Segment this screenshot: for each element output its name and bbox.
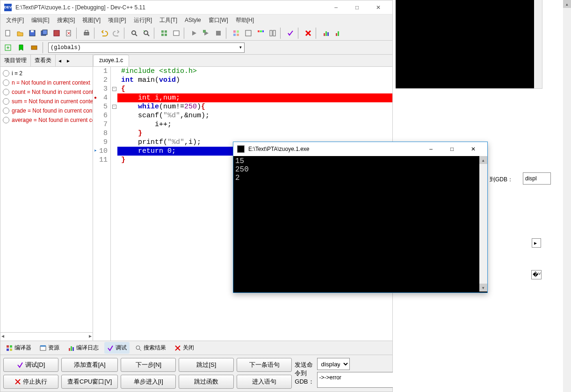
code-line[interactable]: } — [117, 129, 392, 138]
watch-item[interactable]: grade = Not found in current context — [0, 106, 93, 115]
sidebar-tab-project[interactable]: 项目管理 — [0, 55, 31, 66]
gdb-select[interactable]: display — [317, 358, 350, 370]
line-number[interactable]: 5 — [93, 102, 108, 111]
watch-item[interactable]: i = 2 — [0, 69, 93, 78]
menu-view[interactable]: 视图[V] — [79, 14, 104, 26]
save-all-icon[interactable] — [39, 28, 50, 39]
undo-icon[interactable] — [99, 28, 110, 39]
stop-button[interactable]: 停止执行 — [3, 375, 58, 389]
line-number[interactable]: 6 — [93, 111, 108, 120]
close-button[interactable]: ✕ — [368, 0, 389, 14]
console-maximize-button[interactable]: □ — [441, 142, 463, 156]
find-icon[interactable] — [129, 28, 140, 39]
secondary-console-scrollbar[interactable] — [534, 0, 542, 88]
page-scroll-up-icon[interactable]: ▴ — [563, 0, 571, 8]
bookmark-icon[interactable] — [15, 42, 27, 53]
menu-file[interactable]: 文件[F] — [2, 14, 28, 26]
save-as-icon[interactable] — [51, 28, 62, 39]
fold-marker[interactable]: - — [111, 85, 117, 93]
cpu-window-button[interactable]: 查看CPU窗口[V] — [61, 375, 118, 389]
tiles-icon[interactable] — [267, 28, 278, 39]
menu-help[interactable]: 帮助[H] — [232, 14, 258, 26]
console-output[interactable]: 15 250 2 — [233, 156, 487, 292]
debug-run-icon[interactable] — [213, 28, 224, 39]
open-file-icon[interactable] — [14, 28, 26, 39]
rebuild-icon[interactable] — [201, 28, 212, 39]
collapse-toggle[interactable]: �ⱽ — [531, 270, 542, 279]
page-vertical-scrollbar[interactable]: ▴ — [563, 0, 571, 392]
step-into-button[interactable]: 单步进入[I] — [121, 375, 176, 389]
menu-edit[interactable]: 编辑[E] — [28, 14, 53, 26]
menu-window[interactable]: 窗口[W] — [205, 14, 232, 26]
code-line[interactable]: i++; — [117, 120, 392, 129]
grid-icon[interactable] — [231, 28, 242, 39]
close-file-icon[interactable] — [63, 28, 74, 39]
into-stmt-button[interactable]: 进入语句 — [237, 375, 292, 389]
toggle-icon[interactable] — [29, 42, 40, 53]
minimize-button[interactable]: – — [325, 0, 347, 14]
editor-tab-file[interactable]: zuoye.1.c — [93, 55, 129, 66]
window-icon[interactable] — [243, 28, 254, 39]
line-number[interactable]: 3 — [93, 85, 108, 93]
line-number[interactable]: 11 — [93, 156, 108, 164]
menu-search[interactable]: 搜索[S] — [53, 14, 79, 26]
line-number[interactable]: 1 — [93, 67, 108, 76]
menu-run[interactable]: 运行[R] — [130, 14, 156, 26]
bottom-tab-resources[interactable]: 资源 — [37, 342, 62, 354]
run-icon[interactable] — [171, 28, 182, 39]
sidebar-tab-classes[interactable]: 查看类 — [31, 55, 56, 66]
compile-run-icon[interactable] — [188, 28, 200, 39]
bottom-tab-compile-log[interactable]: 编译日志 — [65, 342, 101, 354]
skip-func-button[interactable]: 跳过函数 — [179, 375, 234, 389]
code-line[interactable]: scanf("%d",&num); — [117, 111, 392, 120]
console-close-button[interactable]: ✕ — [463, 142, 484, 156]
line-number[interactable]: 9 — [93, 138, 108, 147]
profile-icon[interactable] — [320, 28, 332, 39]
next-stmt-button[interactable]: 下一条语句 — [237, 358, 292, 372]
save-icon[interactable] — [27, 28, 38, 39]
watch-item[interactable]: average = Not found in current context — [0, 115, 93, 125]
new-file-icon[interactable] — [2, 28, 14, 39]
stop-debug-icon[interactable] — [303, 28, 314, 39]
watch-item[interactable]: count = Not found in current context — [0, 87, 93, 97]
sidebar-hscroll[interactable]: ◂▸ — [0, 332, 93, 341]
menu-project[interactable]: 项目[P] — [104, 14, 130, 26]
scroll-down-icon[interactable]: ▾ — [479, 284, 487, 292]
code-line[interactable]: int i,num; — [117, 93, 392, 102]
redo-icon[interactable] — [111, 28, 122, 39]
add-watch-button[interactable]: 添加查看[A] — [61, 358, 118, 372]
debug-button[interactable]: 调试[D] — [3, 358, 58, 372]
step-over-button[interactable]: 跳过[S] — [179, 358, 234, 372]
code-line[interactable]: { — [117, 85, 392, 93]
code-line[interactable]: while(num!=250){ — [117, 102, 392, 111]
watch-item[interactable]: sum = Not found in current context — [0, 97, 93, 106]
bottom-tab-compiler[interactable]: 编译器 — [3, 342, 34, 354]
sidebar-tab-prev[interactable]: ◂ — [56, 55, 64, 66]
line-number[interactable]: 7 — [93, 120, 108, 129]
bottom-tab-search-results[interactable]: 搜索结果 — [132, 342, 169, 354]
replace-icon[interactable] — [141, 28, 152, 39]
menu-astyle[interactable]: AStyle — [181, 15, 205, 25]
menu-tools[interactable]: 工具[T] — [156, 14, 181, 26]
print-icon[interactable] — [81, 28, 92, 39]
bottom-tab-close[interactable]: 关闭 — [172, 342, 197, 354]
maximize-button[interactable]: □ — [347, 0, 368, 14]
right-scroll-right[interactable]: ▸ — [532, 238, 541, 248]
code-line[interactable]: #include <stdio.h> — [117, 67, 392, 76]
code-line[interactable]: int main(void) — [117, 76, 392, 85]
sidebar-tab-next[interactable]: ▸ — [64, 55, 72, 66]
line-number[interactable]: 4 — [93, 93, 108, 102]
goto-icon[interactable] — [2, 42, 14, 53]
line-number[interactable]: 10 — [93, 147, 108, 156]
palette-icon[interactable] — [255, 28, 266, 39]
gdb-fragment-select[interactable]: displ — [523, 172, 551, 185]
console-minimize-button[interactable]: – — [420, 142, 441, 156]
next-step-button[interactable]: 下一步[N] — [121, 358, 176, 372]
bottom-tab-debug[interactable]: 调试 — [104, 342, 130, 354]
compile-icon[interactable] — [159, 28, 170, 39]
watch-item[interactable]: n = Not found in current context — [0, 78, 93, 87]
scroll-up-icon[interactable]: ▴ — [479, 156, 487, 164]
console-scrollbar[interactable]: ▴ ▾ — [479, 156, 487, 292]
line-number[interactable]: 2 — [93, 76, 108, 85]
fold-marker[interactable]: - — [111, 102, 117, 111]
